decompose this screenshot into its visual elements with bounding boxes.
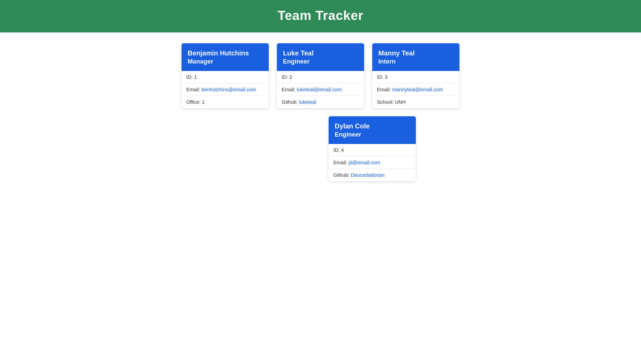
field-label: Email:: [186, 87, 201, 92]
card-role: Manager: [188, 57, 263, 66]
card-field-id: ID: 4: [329, 144, 416, 156]
card-field-school: School: UNH: [372, 96, 459, 108]
card-body: ID: 4Email: jd@email.comGithub: Deucedad…: [329, 144, 416, 181]
card-role: Intern: [378, 57, 453, 66]
team-card-card-1: Benjamin HutchinsManagerID: 1Email: benh…: [182, 43, 269, 108]
card-field-email: Email: luketeal@email.com: [277, 83, 364, 96]
github-link[interactable]: Deucedadorian: [351, 172, 385, 178]
card-field-id: ID: 3: [372, 71, 459, 83]
email-link[interactable]: benhutchins@email.com: [201, 87, 256, 92]
card-name: Dylan Cole: [335, 122, 410, 130]
card-body: ID: 1Email: benhutchins@email.comOffice:…: [182, 71, 269, 108]
app-title: Team Tracker: [0, 8, 641, 23]
card-role: Engineer: [335, 130, 410, 139]
email-link[interactable]: jd@email.com: [349, 160, 380, 165]
card-field-id: ID: 2: [277, 71, 364, 83]
card-name: Manny Teal: [378, 49, 453, 57]
card-header: Benjamin HutchinsManager: [182, 43, 269, 71]
card-field-id: ID: 1: [182, 71, 269, 83]
card-field-email: Email: jd@email.com: [329, 156, 416, 169]
card-field-office: Office: 1: [182, 96, 269, 108]
field-label: Email:: [333, 160, 349, 165]
team-card-card-3: Manny TealInternID: 3Email: mannyteal@em…: [372, 43, 459, 108]
card-header: Dylan ColeEngineer: [329, 116, 416, 144]
card-name: Luke Teal: [283, 49, 358, 57]
card-header: Luke TealEngineer: [277, 43, 364, 71]
team-card-card-2: Luke TealEngineerID: 2Email: luketeal@em…: [277, 43, 364, 108]
team-card-card-4: Dylan ColeEngineerID: 4Email: jd@email.c…: [329, 116, 416, 181]
github-link[interactable]: luketeal: [299, 99, 316, 105]
card-header: Manny TealIntern: [372, 43, 459, 71]
card-name: Benjamin Hutchins: [188, 49, 263, 57]
field-label: Github:: [333, 172, 351, 178]
card-field-github: Github: Deucedadorian: [329, 169, 416, 181]
field-label: Email:: [377, 87, 392, 92]
app-header: Team Tracker: [0, 0, 641, 32]
card-role: Engineer: [283, 57, 358, 66]
card-body: ID: 2Email: luketeal@email.comGithub: lu…: [277, 71, 364, 108]
field-label: Email:: [282, 87, 297, 92]
email-link[interactable]: luketeal@email.com: [297, 87, 342, 92]
card-field-github: Github: luketeal: [277, 96, 364, 108]
card-field-email: Email: benhutchins@email.com: [182, 83, 269, 96]
card-body: ID: 3Email: mannyteal@email.xomSchool: U…: [372, 71, 459, 108]
email-link[interactable]: mannyteal@email.xom: [392, 87, 443, 92]
card-field-email: Email: mannyteal@email.xom: [372, 83, 459, 96]
field-label: Github:: [282, 99, 299, 105]
cards-container: Benjamin HutchinsManagerID: 1Email: benh…: [118, 32, 523, 192]
